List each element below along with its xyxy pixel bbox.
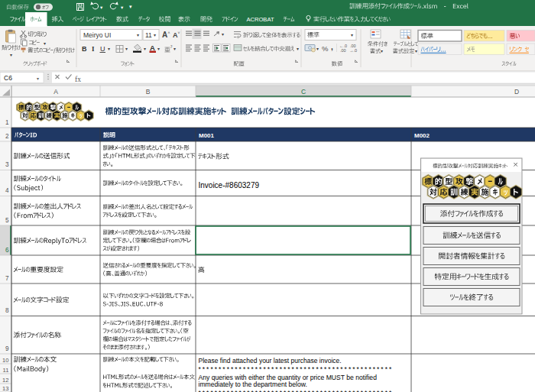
svg-text:.00: .00 — [340, 48, 346, 53]
svg-text:M002: M002 — [414, 132, 430, 139]
svg-text:▾: ▾ — [316, 47, 319, 51]
svg-text:▾: ▾ — [154, 33, 156, 37]
svg-text:Please find attached your late: Please find attached your latest purchas… — [199, 357, 342, 364]
svg-text:▾: ▾ — [173, 47, 176, 51]
svg-text:7: 7 — [5, 275, 9, 282]
svg-text:˅: ˅ — [178, 31, 180, 35]
svg-text:9: 9 — [5, 345, 9, 352]
svg-text:4: 4 — [5, 187, 9, 194]
svg-text:▾: ▾ — [415, 49, 417, 53]
svg-text:▾: ▾ — [297, 47, 299, 51]
svg-text:11: 11 — [145, 31, 152, 39]
svg-text:▾: ▾ — [108, 47, 110, 51]
svg-text:13: 13 — [2, 385, 8, 392]
svg-text:Meiryo UI: Meiryo UI — [83, 31, 111, 39]
svg-text:▾: ▾ — [44, 41, 46, 46]
svg-text:10: 10 — [2, 357, 8, 364]
svg-text:C6: C6 — [4, 74, 12, 82]
svg-text:5: 5 — [5, 217, 9, 224]
svg-text:˄: ˄ — [168, 31, 170, 35]
svg-text:▾: ▾ — [129, 4, 132, 9]
svg-text:C: C — [301, 88, 306, 96]
svg-text:▾: ▾ — [351, 33, 353, 37]
svg-text:B: B — [146, 88, 151, 96]
svg-text:▾: ▾ — [222, 32, 224, 37]
svg-text:→.0: →.0 — [349, 48, 357, 53]
svg-text:1: 1 — [5, 119, 9, 126]
svg-text:******************************: ****************************************… — [199, 389, 394, 392]
svg-text:%: % — [322, 44, 329, 53]
svg-text:immediately to the department: immediately to the department below. — [199, 381, 307, 388]
svg-text:▾: ▾ — [144, 47, 146, 51]
svg-text:D: D — [514, 88, 519, 96]
svg-text:A: A — [162, 31, 167, 39]
svg-text:▾: ▾ — [381, 49, 383, 53]
svg-text:U: U — [100, 45, 105, 53]
svg-text:******************************: ****************************************… — [199, 365, 394, 373]
svg-text:fx: fx — [75, 76, 81, 83]
svg-text:M001: M001 — [199, 132, 215, 139]
svg-text:A: A — [150, 44, 155, 52]
svg-text:▾: ▾ — [125, 47, 128, 51]
svg-text:B: B — [82, 45, 87, 53]
svg-text:A: A — [54, 88, 58, 96]
svg-text:▾: ▾ — [137, 33, 139, 37]
svg-text:▾: ▾ — [157, 47, 160, 51]
svg-text:11: 11 — [3, 367, 9, 374]
svg-text:12: 12 — [2, 377, 8, 384]
svg-text:ACROBAT: ACROBAT — [246, 16, 274, 23]
svg-text:Invoice-#8603279: Invoice-#8603279 — [199, 181, 260, 190]
svg-text:3: 3 — [5, 161, 9, 168]
svg-text:▾: ▾ — [10, 53, 12, 57]
svg-text:2: 2 — [5, 133, 9, 140]
svg-text:6: 6 — [5, 247, 9, 254]
svg-text:I: I — [92, 45, 95, 53]
svg-text:▾: ▾ — [37, 76, 39, 81]
svg-text:,: , — [331, 43, 333, 51]
svg-text:Any queries with either the qu: Any queries with either the quantity or … — [199, 374, 378, 381]
svg-text:8: 8 — [5, 307, 9, 314]
